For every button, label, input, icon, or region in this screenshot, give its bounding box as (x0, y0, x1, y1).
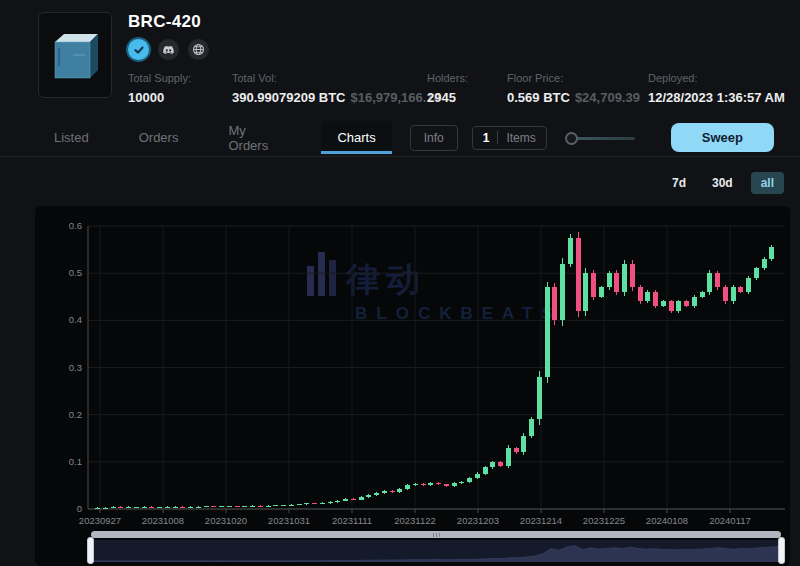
candle (382, 490, 387, 493)
navigator-handle-right[interactable] (778, 537, 785, 564)
candle (676, 300, 681, 313)
chart-navigator[interactable] (91, 540, 781, 562)
items-label: Items (506, 131, 535, 145)
candle (560, 258, 565, 326)
candle (576, 232, 581, 316)
range-30d[interactable]: 30d (704, 172, 741, 194)
candle (281, 505, 286, 507)
y-axis-label: 0.4 (69, 314, 82, 325)
candle (723, 285, 728, 304)
candle (630, 260, 635, 290)
candle (134, 507, 139, 509)
candle (746, 276, 751, 295)
candle (599, 286, 604, 299)
candle (196, 506, 201, 508)
candle (405, 484, 410, 489)
discord-icon[interactable] (158, 39, 179, 60)
candle (428, 482, 433, 486)
candle (320, 502, 325, 504)
collection-thumbnail[interactable] (38, 12, 112, 98)
candle (343, 498, 348, 501)
x-axis-label: 20230927 (79, 515, 121, 526)
collection-header: BRC-420 Total Supply: 10000 (0, 0, 800, 105)
candle (413, 483, 418, 486)
x-axis-label: 20231031 (268, 515, 310, 526)
navigator-overview (91, 540, 781, 562)
candle (142, 506, 147, 508)
candle (552, 283, 557, 325)
y-axis-label: 0.2 (69, 409, 82, 420)
candle (653, 290, 658, 309)
stat-total-supply: Total Supply: 10000 (128, 72, 232, 105)
candle (397, 488, 402, 493)
tab-listed[interactable]: Listed (38, 121, 105, 154)
candle (607, 271, 612, 290)
candle (165, 506, 170, 508)
candle (204, 506, 209, 508)
candle (583, 268, 588, 316)
candle (126, 506, 131, 508)
candle (219, 506, 224, 508)
candle (180, 506, 185, 508)
chart-scrollbar[interactable] (91, 531, 781, 538)
candle (242, 506, 247, 508)
candle (359, 496, 364, 501)
candlestick-chart: 00.10.20.30.40.50.6202309272023100820231… (35, 206, 790, 528)
sweep-button[interactable]: Sweep (671, 123, 774, 152)
candle (638, 285, 643, 304)
candle (250, 505, 255, 507)
tab-my-orders[interactable]: My Orders (212, 114, 303, 162)
x-axis-label: 20240108 (646, 515, 688, 526)
candle (645, 290, 650, 303)
candle (537, 371, 542, 425)
candle (335, 500, 340, 503)
candle (715, 271, 720, 290)
candle (529, 417, 534, 439)
y-axis-label: 0.3 (69, 362, 82, 373)
x-axis-label: 20240117 (709, 515, 751, 526)
sweep-slider-track[interactable] (571, 137, 635, 140)
x-axis-label: 20231203 (457, 515, 499, 526)
candle (258, 505, 263, 507)
x-axis-label: 20231122 (394, 515, 436, 526)
candle (374, 492, 379, 495)
x-axis-label: 20231111 (332, 515, 372, 526)
items-divider (497, 131, 498, 144)
range-7d[interactable]: 7d (664, 172, 694, 194)
items-count-box[interactable]: 1 Items (472, 126, 547, 150)
stat-deployed: Deployed: 12/28/2023 1:36:57 AM (648, 72, 785, 105)
candle (622, 260, 627, 296)
range-all[interactable]: all (751, 172, 784, 194)
sweep-slider[interactable] (565, 131, 635, 145)
y-axis-label: 0.1 (69, 456, 82, 467)
info-button[interactable]: Info (410, 125, 458, 151)
candle (444, 484, 449, 487)
collection-page: BRC-420 Total Supply: 10000 (0, 0, 800, 566)
candle (483, 466, 488, 475)
stat-holders: Holders: 2945 (427, 72, 507, 105)
candle (506, 445, 511, 468)
candle (762, 257, 767, 270)
y-axis-label: 0.5 (69, 267, 82, 278)
candle (188, 506, 193, 508)
tab-orders[interactable]: Orders (123, 121, 195, 154)
candle (273, 505, 278, 507)
y-axis-label: 0 (77, 503, 82, 514)
candle (227, 506, 232, 508)
candle (304, 503, 309, 505)
tab-bar: Listed Orders My Orders Charts Info 1 It… (0, 119, 800, 157)
cube-image (46, 24, 104, 86)
tab-charts[interactable]: Charts (321, 121, 391, 154)
navigator-area (91, 546, 781, 562)
candle (769, 245, 774, 261)
navigator-handle-left[interactable] (87, 537, 94, 564)
candle (312, 503, 317, 505)
candle (731, 285, 736, 304)
candle (738, 286, 743, 293)
sweep-slider-knob[interactable] (565, 132, 578, 145)
candle (235, 506, 240, 508)
y-axis-label: 0.6 (69, 220, 82, 231)
verified-badge-icon (128, 39, 149, 60)
candle (366, 494, 371, 497)
globe-icon[interactable] (188, 39, 209, 60)
